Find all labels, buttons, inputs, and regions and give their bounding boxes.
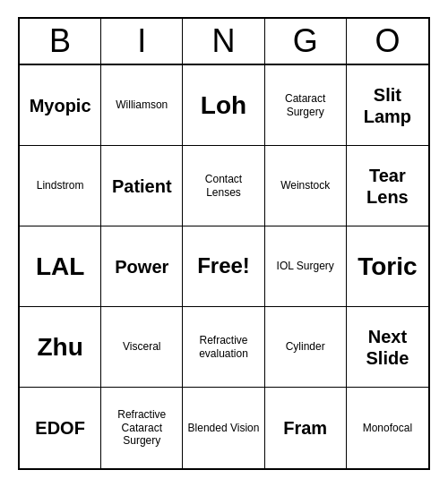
bingo-cell-14: Toric	[347, 226, 428, 307]
bingo-cell-1: Williamson	[101, 65, 183, 146]
bingo-cell-11: Power	[101, 226, 183, 307]
bingo-cell-16: Visceral	[101, 307, 183, 388]
bingo-cell-17: Refractive evaluation	[183, 307, 264, 388]
bingo-cell-10: LAL	[20, 226, 101, 307]
header-letter-I: I	[101, 19, 183, 64]
bingo-cell-15: Zhu	[20, 307, 101, 388]
bingo-cell-2: Loh	[183, 65, 264, 146]
bingo-cell-12: Free!	[183, 226, 264, 307]
bingo-cell-23: Fram	[265, 388, 347, 468]
bingo-cell-0: Myopic	[20, 65, 101, 146]
bingo-cell-24: Monofocal	[347, 388, 428, 468]
bingo-grid: MyopicWilliamsonLohCataract SurgerySlit …	[20, 65, 428, 468]
header-letter-N: N	[183, 19, 264, 64]
header-letter-O: O	[347, 19, 428, 64]
bingo-cell-21: Refractive Cataract Surgery	[101, 388, 183, 468]
bingo-cell-18: Cylinder	[265, 307, 347, 388]
bingo-cell-4: Slit Lamp	[347, 65, 428, 146]
bingo-header: BINGO	[20, 19, 428, 65]
bingo-cell-8: Weinstock	[265, 146, 347, 226]
bingo-cell-19: Next Slide	[347, 307, 428, 388]
bingo-cell-22: Blended Vision	[183, 388, 264, 468]
bingo-cell-7: Contact Lenses	[183, 146, 264, 226]
bingo-cell-6: Patient	[101, 146, 183, 226]
bingo-cell-5: Lindstrom	[20, 146, 101, 226]
bingo-cell-20: EDOF	[20, 388, 101, 468]
header-letter-G: G	[265, 19, 347, 64]
bingo-cell-9: Tear Lens	[347, 146, 428, 226]
bingo-cell-3: Cataract Surgery	[265, 65, 347, 146]
bingo-card: BINGO MyopicWilliamsonLohCataract Surger…	[18, 17, 430, 470]
header-letter-B: B	[20, 19, 101, 64]
bingo-cell-13: IOL Surgery	[265, 226, 347, 307]
